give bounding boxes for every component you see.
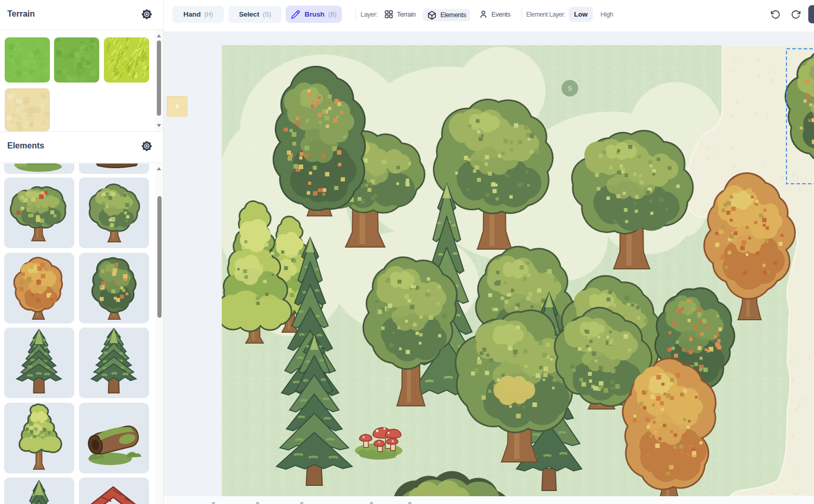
svg-text:S: S: [568, 85, 572, 92]
